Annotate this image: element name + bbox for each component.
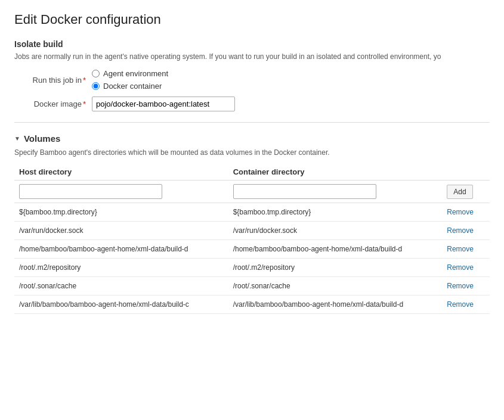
volume-action-cell-3: Remove	[442, 259, 490, 277]
container-directory-input[interactable]	[233, 184, 376, 199]
volume-row: ${bamboo.tmp.directory} ${bamboo.tmp.dir…	[14, 203, 490, 222]
volumes-toggle-icon[interactable]: ▼	[14, 135, 20, 142]
volumes-input-row: Add	[14, 181, 490, 203]
volume-container-cell-1: /var/run/docker.sock	[228, 222, 443, 240]
host-directory-input[interactable]	[19, 184, 162, 199]
volume-host-cell-4: /root/.sonar/cache	[14, 277, 228, 295]
remove-volume-link-5[interactable]: Remove	[447, 300, 474, 309]
remove-volume-link-0[interactable]: Remove	[447, 208, 474, 216]
add-volume-button[interactable]: Add	[447, 185, 472, 199]
run-job-row: Run this job in* Agent environment Docke…	[14, 69, 490, 91]
docker-image-input[interactable]	[92, 97, 235, 111]
run-job-radio-group: Agent environment Docker container	[92, 69, 168, 91]
volume-row: /root/.m2/repository /root/.m2/repositor…	[14, 259, 490, 277]
volume-action-cell-4: Remove	[442, 277, 490, 295]
volume-container-cell-4: /root/.sonar/cache	[228, 277, 443, 295]
isolate-build-section: Isolate build Jobs are normally run in t…	[14, 39, 490, 111]
host-input-cell	[14, 181, 228, 203]
volume-host-cell-0: ${bamboo.tmp.directory}	[14, 203, 228, 222]
section-divider	[14, 122, 490, 123]
volume-action-cell-2: Remove	[442, 240, 490, 259]
volume-container-cell-3: /root/.m2/repository	[228, 259, 443, 277]
volumes-header: ▼ Volumes	[14, 133, 490, 144]
volume-host-cell-1: /var/run/docker.sock	[14, 222, 228, 240]
remove-volume-link-2[interactable]: Remove	[447, 245, 474, 253]
volume-container-cell-0: ${bamboo.tmp.directory}	[228, 203, 443, 222]
remove-volume-link-4[interactable]: Remove	[447, 282, 474, 290]
volumes-table-header: Host directory Container directory	[14, 164, 490, 181]
add-button-cell: Add	[442, 181, 490, 203]
volumes-table: Host directory Container directory Add	[14, 164, 490, 314]
volume-action-cell-5: Remove	[442, 295, 490, 314]
remove-volume-link-1[interactable]: Remove	[447, 226, 474, 235]
volume-action-cell-0: Remove	[442, 203, 490, 222]
col-container-header: Container directory	[228, 164, 443, 181]
col-host-header: Host directory	[14, 164, 228, 181]
volume-host-cell-3: /root/.m2/repository	[14, 259, 228, 277]
docker-image-label: Docker image*	[14, 99, 92, 108]
volume-container-cell-5: /var/lib/bamboo/bamboo-agent-home/xml-da…	[228, 295, 443, 314]
run-job-label: Run this job in*	[14, 76, 92, 85]
radio-agent-env[interactable]: Agent environment	[92, 69, 168, 78]
docker-image-row: Docker image*	[14, 97, 490, 111]
volume-container-cell-2: /home/bamboo/bamboo-agent-home/xml-data/…	[228, 240, 443, 259]
page-title: Edit Docker configuration	[14, 12, 490, 27]
volume-host-cell-5: /var/lib/bamboo/bamboo-agent-home/xml-da…	[14, 295, 228, 314]
remove-volume-link-3[interactable]: Remove	[447, 263, 474, 272]
volume-host-cell-2: /home/bamboo/bamboo-agent-home/xml-data/…	[14, 240, 228, 259]
volume-row: /home/bamboo/bamboo-agent-home/xml-data/…	[14, 240, 490, 259]
volume-row: /var/lib/bamboo/bamboo-agent-home/xml-da…	[14, 295, 490, 314]
volumes-title: Volumes	[24, 133, 60, 144]
volume-row: /var/run/docker.sock /var/run/docker.soc…	[14, 222, 490, 240]
isolate-build-desc: Jobs are normally run in the agent's nat…	[14, 52, 490, 61]
col-action-header	[442, 164, 490, 181]
isolate-build-title: Isolate build	[14, 39, 490, 49]
volume-row: /root/.sonar/cache /root/.sonar/cache Re…	[14, 277, 490, 295]
container-input-cell	[228, 181, 443, 203]
radio-docker-container-input[interactable]	[92, 82, 100, 90]
radio-docker-container[interactable]: Docker container	[92, 82, 168, 91]
volumes-desc: Specify Bamboo agent's directories which…	[14, 148, 490, 157]
radio-agent-env-input[interactable]	[92, 70, 100, 77]
volumes-section: ▼ Volumes Specify Bamboo agent's directo…	[14, 133, 490, 314]
volume-action-cell-1: Remove	[442, 222, 490, 240]
